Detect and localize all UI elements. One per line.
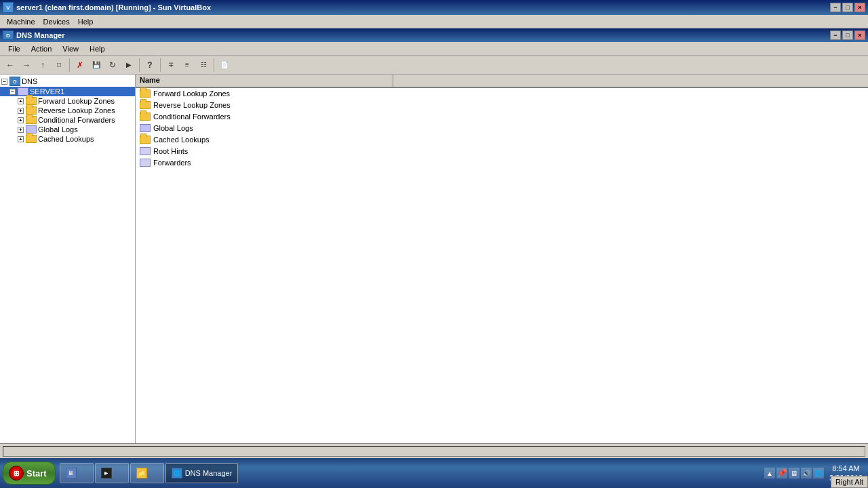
refresh-btn[interactable]: ↻	[105, 58, 120, 73]
taskbar-explorer[interactable]: 📁	[130, 463, 164, 483]
tree-forward-label: Forward Lookup Zones	[38, 97, 115, 105]
clock-time: 8:54 AM	[829, 464, 863, 473]
tree-expand-globallogs[interactable]: +	[18, 127, 24, 133]
dns-close-btn[interactable]: ×	[854, 30, 865, 40]
tree-item-reverse[interactable]: + Reverse Lookup Zones	[0, 106, 135, 115]
vbox-menu-machine[interactable]: Machine	[3, 16, 39, 27]
tree-conditional-label: Conditional Forwarders	[38, 116, 115, 124]
tree-expand-cached[interactable]: +	[18, 136, 24, 142]
tree-expand-forward[interactable]: +	[18, 98, 24, 104]
list-reverse-icon	[140, 101, 151, 109]
tree-reverse-label: Reverse Lookup Zones	[38, 106, 115, 115]
vbox-minimize-btn[interactable]: −	[830, 3, 841, 12]
list-item-globallogs[interactable]: Global Logs	[136, 123, 868, 134]
tree-globallogs-label: Global Logs	[38, 125, 78, 134]
tree-item-globallogs[interactable]: + Global Logs	[0, 125, 135, 134]
list-item-cached[interactable]: Cached Lookups	[136, 134, 868, 146]
dns-minimize-btn[interactable]: −	[830, 30, 841, 40]
toolbar: ← → ↑ □ ✗ 💾 ↻ ▶ ? ∓ ≡ ☷ 📄	[0, 56, 868, 75]
forward-btn[interactable]: →	[19, 58, 34, 73]
dns-menu-help[interactable]: Help	[84, 43, 111, 54]
right-panel: Name Forward Lookup Zones Reverse Lookup…	[136, 75, 868, 445]
vbox-menu-help[interactable]: Help	[74, 16, 98, 27]
tray-pin-icon[interactable]: 📌	[776, 468, 787, 479]
taskbar-dns-manager[interactable]: 🌐 DNS Manager	[165, 463, 239, 483]
list-item-forward[interactable]: Forward Lookup Zones	[136, 88, 868, 100]
help-toolbar-btn[interactable]: ?	[142, 58, 157, 73]
vbox-menu-devices[interactable]: Devices	[39, 16, 74, 27]
dns-window-icon: D	[3, 30, 14, 40]
tree-item-cached[interactable]: + Cached Lookups	[0, 134, 135, 144]
conditional-folder-icon	[26, 116, 37, 124]
main-content: − D DNS − SERVER1 + Forward Lookup Zones…	[0, 75, 868, 445]
collapse-btn[interactable]: ∓	[163, 58, 178, 73]
taskbar-cmd[interactable]: ►	[95, 463, 129, 483]
server-manager-icon: 🖥	[66, 468, 77, 479]
list-roothints-icon	[140, 147, 151, 155]
list-view-btn[interactable]: ≡	[180, 58, 195, 73]
detail-view-btn[interactable]: ☷	[196, 58, 211, 73]
toolbar-separator-2	[139, 58, 140, 72]
cmd-icon: ►	[101, 468, 112, 479]
tree-server1[interactable]: − SERVER1	[0, 87, 135, 96]
dns-menubar: File Action View Help	[0, 42, 868, 56]
tree-expand-reverse[interactable]: +	[18, 108, 24, 114]
tray-network-icon[interactable]: 🖥	[789, 468, 800, 479]
back-btn[interactable]: ←	[3, 58, 18, 73]
tree-item-conditional[interactable]: + Conditional Forwarders	[0, 115, 135, 125]
right-alt-text: Right Alt	[835, 478, 863, 486]
export-btn[interactable]: 💾	[89, 58, 104, 73]
tray-up-arrow[interactable]: ▲	[764, 468, 775, 479]
vbox-close-btn[interactable]: ×	[854, 3, 865, 12]
tree-dns-root[interactable]: − D DNS	[0, 76, 135, 87]
list-item-roothints[interactable]: Root Hints	[136, 146, 868, 157]
list-globallogs-icon	[140, 124, 151, 132]
tree-item-forward[interactable]: + Forward Lookup Zones	[0, 96, 135, 106]
up-btn[interactable]: ↑	[35, 58, 50, 73]
properties-btn[interactable]: 📄	[217, 58, 232, 73]
start-label: Start	[26, 468, 47, 479]
tree-panel: − D DNS − SERVER1 + Forward Lookup Zones…	[0, 75, 136, 445]
list-conditional-icon	[140, 113, 151, 121]
dns-taskbar-label: DNS Manager	[185, 469, 233, 477]
dns-menu-view[interactable]: View	[57, 43, 84, 54]
delete-btn[interactable]: ✗	[73, 58, 87, 73]
tree-server-label: SERVER1	[30, 87, 64, 96]
tree-expand-server[interactable]: −	[9, 89, 16, 95]
list-forward-icon	[140, 89, 151, 98]
status-pane	[3, 446, 865, 457]
tree-expand-dns[interactable]: −	[1, 79, 7, 85]
tree-cached-label: Cached Lookups	[38, 135, 94, 143]
tree-expand-conditional[interactable]: +	[18, 117, 24, 123]
right-alt-label: Right Alt	[831, 476, 868, 488]
cached-folder-icon	[26, 135, 37, 143]
toolbar-separator-4	[214, 58, 214, 72]
dns-titlebar: D DNS Manager − □ ×	[0, 28, 868, 42]
taskbar-server-manager[interactable]: 🖥	[60, 463, 94, 483]
vbox-menubar: Machine Devices Help	[0, 15, 868, 28]
start-logo: ⊞	[9, 466, 24, 481]
start-button[interactable]: ⊞ Start	[3, 462, 56, 485]
dns-menu-action[interactable]: Action	[26, 43, 58, 54]
taskbar: ⊞ Start 🖥 ► 📁 🌐 DNS Manager ▲ 📌 🖥 🔊 🌐 8:…	[0, 458, 868, 488]
dns-taskbar-icon: 🌐	[172, 468, 182, 479]
vbox-maximize-btn[interactable]: □	[842, 3, 853, 12]
dns-title: DNS Manager	[16, 31, 65, 39]
dns-window: D DNS Manager − □ × File Action View Hel…	[0, 28, 868, 458]
dns-restore-btn[interactable]: □	[842, 30, 853, 40]
toolbar-separator-3	[160, 58, 161, 72]
list-item-conditional[interactable]: Conditional Forwarders	[136, 111, 868, 123]
list-item-reverse[interactable]: Reverse Lookup Zones	[136, 100, 868, 111]
list-header: Name	[136, 75, 868, 88]
show-console-btn[interactable]: □	[52, 58, 66, 73]
tray-lan-icon[interactable]: 🌐	[813, 468, 824, 479]
statusbar	[0, 443, 868, 458]
dns-tree-icon: D	[9, 77, 20, 86]
dns-menu-file[interactable]: File	[3, 43, 26, 54]
start-service-btn[interactable]: ▶	[121, 58, 136, 73]
name-column-header[interactable]: Name	[136, 75, 393, 87]
tray-volume-icon[interactable]: 🔊	[801, 468, 812, 479]
explorer-icon: 📁	[136, 468, 147, 479]
vbox-icon: V	[3, 2, 14, 13]
list-item-forwarders[interactable]: Forwarders	[136, 157, 868, 169]
